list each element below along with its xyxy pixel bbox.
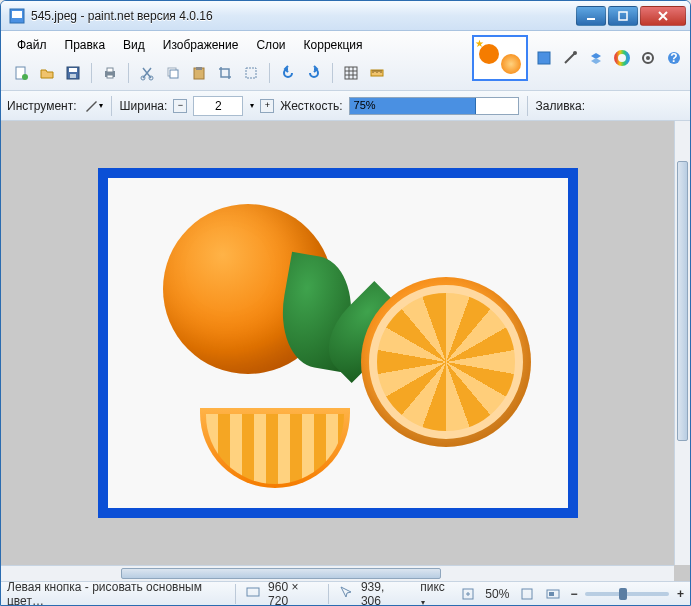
zoom-slider-knob[interactable]: [619, 588, 627, 600]
chevron-down-icon: ▾: [421, 598, 425, 607]
hardness-slider[interactable]: 75%: [349, 97, 519, 115]
chevron-down-icon: ▾: [99, 101, 103, 110]
cursor-position: 939, 306: [361, 580, 404, 607]
svg-point-13: [149, 76, 153, 80]
orange-wedge-shape: [200, 408, 350, 488]
svg-rect-3: [619, 12, 627, 20]
panel-toggle-icon[interactable]: [534, 48, 554, 68]
scrollbar-thumb[interactable]: [121, 568, 441, 579]
zoom-fit-icon[interactable]: [459, 584, 478, 604]
svg-rect-17: [196, 67, 202, 70]
main-toolbar: [9, 59, 389, 87]
menu-layers[interactable]: Слои: [248, 35, 293, 55]
svg-rect-0: [10, 9, 24, 23]
redo-icon[interactable]: [304, 63, 324, 83]
hardness-value: 75%: [354, 99, 376, 111]
svg-rect-19: [345, 67, 357, 79]
new-icon[interactable]: [11, 63, 31, 83]
instrument-label: Инструмент:: [7, 99, 77, 113]
svg-rect-4: [16, 67, 25, 79]
svg-point-23: [616, 52, 628, 64]
width-increment-button[interactable]: +: [260, 99, 274, 113]
menubar-container: Файл Правка Вид Изображение Слои Коррекц…: [1, 31, 395, 87]
dimensions-icon: [246, 585, 260, 602]
undo-icon[interactable]: [278, 63, 298, 83]
svg-point-12: [141, 76, 145, 80]
svg-point-26: [668, 52, 680, 64]
fill-label: Заливка:: [536, 99, 586, 113]
window-title: 545.jpeg - paint.net версия 4.0.16: [31, 9, 576, 23]
canvas-image[interactable]: [98, 168, 578, 518]
menu-image[interactable]: Изображение: [155, 35, 247, 55]
grid-icon[interactable]: [341, 63, 361, 83]
paste-icon[interactable]: [189, 63, 209, 83]
svg-rect-8: [70, 74, 76, 78]
layers-window-icon[interactable]: [586, 48, 606, 68]
zoom-actual-icon[interactable]: [517, 584, 536, 604]
crop-icon[interactable]: [215, 63, 235, 83]
svg-rect-16: [194, 68, 204, 79]
status-hint: Левая кнопка - рисовать основным цвет…: [7, 580, 225, 607]
app-icon: [9, 8, 25, 24]
separator: [328, 584, 329, 604]
zoom-window-icon[interactable]: [544, 584, 563, 604]
help-icon[interactable]: ?: [664, 48, 684, 68]
maximize-button[interactable]: [608, 6, 638, 26]
document-thumbnail[interactable]: ★: [472, 35, 528, 81]
colors-window-icon[interactable]: [612, 48, 632, 68]
open-icon[interactable]: [37, 63, 57, 83]
menu-adjustments[interactable]: Коррекция: [296, 35, 371, 55]
svg-rect-21: [538, 52, 550, 64]
close-button[interactable]: [640, 6, 686, 26]
svg-rect-7: [69, 68, 77, 72]
print-icon[interactable]: [100, 63, 120, 83]
hardness-label: Жесткость:: [280, 99, 342, 113]
svg-point-24: [643, 53, 653, 63]
svg-point-22: [573, 51, 577, 55]
brush-tool-icon[interactable]: ▾: [83, 96, 103, 116]
ruler-icon[interactable]: [367, 63, 387, 83]
scrollbar-thumb[interactable]: [677, 161, 688, 441]
menu-file[interactable]: Файл: [9, 35, 55, 55]
zoom-in-icon[interactable]: +: [677, 587, 684, 601]
cut-icon[interactable]: [137, 63, 157, 83]
tool-window-icon[interactable]: [560, 48, 580, 68]
separator: [332, 63, 333, 83]
svg-point-5: [22, 74, 28, 80]
svg-point-25: [646, 56, 650, 60]
svg-text:?: ?: [670, 51, 677, 65]
horizontal-scrollbar[interactable]: [1, 565, 674, 581]
chevron-down-icon[interactable]: ▾: [250, 101, 254, 110]
app-window: 545.jpeg - paint.net версия 4.0.16 Файл …: [0, 0, 691, 606]
width-input[interactable]: [193, 96, 243, 116]
separator: [128, 63, 129, 83]
minimize-button[interactable]: [576, 6, 606, 26]
settings-icon[interactable]: [638, 48, 658, 68]
menu-edit[interactable]: Правка: [57, 35, 114, 55]
menu-view[interactable]: Вид: [115, 35, 153, 55]
svg-rect-15: [170, 70, 178, 78]
separator: [235, 584, 236, 604]
cursor-icon: [339, 585, 353, 602]
svg-rect-31: [547, 590, 559, 598]
unit-selector[interactable]: пикс ▾: [420, 580, 451, 607]
svg-rect-14: [168, 68, 176, 76]
menu-and-toolbar-row: Файл Правка Вид Изображение Слои Коррекц…: [1, 31, 690, 91]
separator: [91, 63, 92, 83]
copy-icon[interactable]: [163, 63, 183, 83]
save-icon[interactable]: [63, 63, 83, 83]
zoom-slider[interactable]: [585, 592, 669, 596]
zoom-level[interactable]: 50%: [485, 587, 509, 601]
zoom-out-icon[interactable]: −: [570, 587, 577, 601]
window-controls: [576, 6, 686, 26]
width-decrement-button[interactable]: −: [173, 99, 187, 113]
half-orange-shape: [361, 277, 531, 447]
svg-rect-20: [371, 70, 383, 76]
tool-options-row: Инструмент: ▾ Ширина: − ▾ + Жесткость: 7…: [1, 91, 690, 121]
svg-rect-32: [549, 592, 554, 596]
svg-rect-6: [67, 67, 79, 79]
deselect-icon[interactable]: [241, 63, 261, 83]
svg-rect-9: [105, 71, 115, 77]
vertical-scrollbar[interactable]: [674, 121, 690, 565]
canvas-viewport[interactable]: [1, 121, 674, 565]
